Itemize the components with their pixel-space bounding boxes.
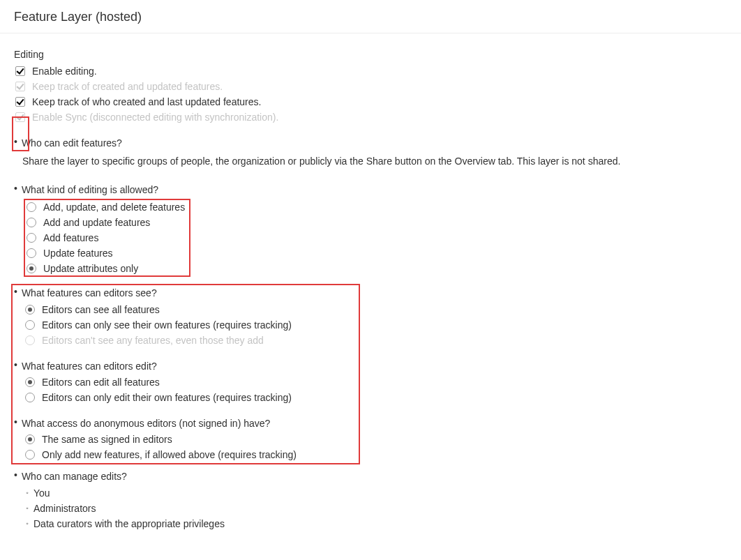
bullet-icon: • xyxy=(14,358,17,372)
enable-sync-label: Enable Sync (disconnected editing with s… xyxy=(32,112,278,123)
radio-edit-all[interactable] xyxy=(25,377,35,387)
radio-update-attrs-label: Update attributes only xyxy=(43,263,138,274)
radio-see-own-label: Editors can only see their own features … xyxy=(42,319,292,331)
radio-add[interactable] xyxy=(27,233,36,243)
bullet-icon: • xyxy=(14,135,17,149)
keep-track-who-checkbox[interactable] xyxy=(15,97,25,107)
kind-editing-heading: What kind of editing is allowed? xyxy=(22,182,158,197)
keep-track-who-label: Keep track of who created and last updat… xyxy=(32,96,261,107)
radio-update-attrs[interactable] xyxy=(27,264,36,273)
small-bullet-icon: ◦ xyxy=(25,504,29,512)
bullet-icon: • xyxy=(14,285,17,299)
radio-update[interactable] xyxy=(27,248,36,258)
anon-access-heading: What access do anonymous editors (not si… xyxy=(22,416,270,431)
radio-see-none xyxy=(25,335,35,345)
manage-heading: Who can manage edits? xyxy=(22,469,127,484)
enable-editing-label: Enable editing. xyxy=(32,66,97,77)
manage-admins: Administrators xyxy=(33,503,96,514)
editors-edit-heading: What features can editors edit? xyxy=(22,358,157,374)
bullet-icon: • xyxy=(14,416,17,430)
radio-add-update-delete-label: Add, update, and delete features xyxy=(43,202,185,213)
radio-edit-all-label: Editors can edit all features xyxy=(42,377,160,388)
radio-see-all[interactable] xyxy=(25,305,35,315)
radio-add-label: Add features xyxy=(43,232,98,243)
manage-curators: Data curators with the appropriate privi… xyxy=(33,518,225,529)
editing-section-title: Editing xyxy=(14,49,727,60)
radio-anon-same-label: The same as signed in editors xyxy=(42,434,172,445)
page-title: Feature Layer (hosted) xyxy=(0,0,741,33)
who-can-edit-body: Share the layer to specific groups of pe… xyxy=(14,153,727,169)
radio-anon-add-only-label: Only add new features, if allowed above … xyxy=(42,449,297,460)
radio-anon-add-only[interactable] xyxy=(25,450,35,460)
keep-track-created-checkbox xyxy=(15,82,25,91)
radio-add-update-label: Add and update features xyxy=(43,217,150,228)
who-can-edit-heading: Who can edit features? xyxy=(22,135,122,151)
radio-see-none-label: Editors can't see any features, even tho… xyxy=(42,335,264,346)
highlight-editing-options-annotation: Add, update, and delete features Add and… xyxy=(24,199,190,277)
radio-see-all-label: Editors can see all features xyxy=(42,304,160,315)
radio-edit-own-label: Editors can only edit their own features… xyxy=(42,392,292,403)
keep-track-created-label: Keep track of created and updated featur… xyxy=(32,81,223,92)
enable-editing-checkbox[interactable] xyxy=(15,66,25,76)
radio-add-update[interactable] xyxy=(27,218,36,227)
radio-add-update-delete[interactable] xyxy=(27,202,36,212)
enable-sync-checkbox xyxy=(15,112,25,122)
radio-edit-own[interactable] xyxy=(25,393,35,402)
radio-update-label: Update features xyxy=(43,248,113,259)
radio-see-own[interactable] xyxy=(25,320,35,330)
bullet-icon: • xyxy=(14,182,17,196)
editors-see-heading: What features can editors see? xyxy=(22,285,157,301)
manage-you: You xyxy=(33,487,50,499)
small-bullet-icon: ◦ xyxy=(25,520,29,527)
bullet-icon: • xyxy=(14,469,17,483)
radio-anon-same[interactable] xyxy=(25,434,35,444)
small-bullet-icon: ◦ xyxy=(25,489,29,497)
